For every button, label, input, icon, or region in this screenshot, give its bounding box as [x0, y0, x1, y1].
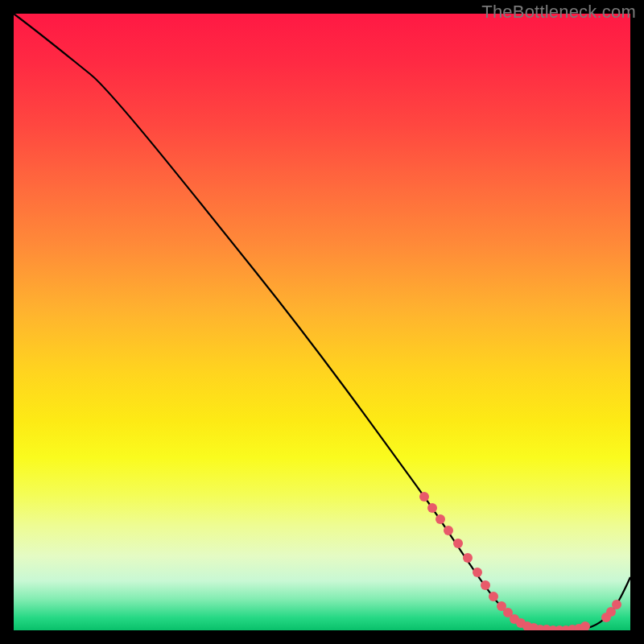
marker-cluster-right	[601, 600, 621, 622]
watermark-text: TheBottleneck.com	[481, 2, 636, 23]
svg-point-7	[481, 580, 490, 590]
svg-point-13	[522, 621, 532, 630]
svg-point-20	[568, 625, 577, 630]
svg-point-25	[612, 600, 621, 609]
svg-point-11	[510, 614, 519, 624]
svg-point-19	[561, 625, 571, 630]
svg-point-17	[548, 625, 558, 630]
svg-point-5	[463, 553, 473, 563]
marker-cluster-left	[419, 492, 590, 630]
svg-point-9	[497, 601, 506, 611]
svg-point-0	[419, 492, 429, 502]
svg-point-14	[529, 623, 539, 630]
curve-path	[14, 14, 630, 630]
svg-point-23	[601, 613, 611, 622]
bottleneck-curve	[14, 14, 630, 630]
svg-point-12	[516, 618, 526, 628]
svg-point-21	[574, 624, 584, 630]
svg-point-3	[444, 526, 453, 535]
svg-point-4	[453, 539, 463, 548]
svg-point-24	[606, 607, 616, 617]
svg-point-6	[473, 568, 482, 577]
chart-area	[14, 14, 630, 630]
svg-point-16	[542, 625, 551, 630]
svg-point-8	[489, 592, 498, 601]
svg-point-18	[555, 625, 564, 630]
svg-point-15	[535, 625, 545, 630]
svg-point-22	[580, 621, 590, 630]
svg-point-10	[503, 608, 513, 617]
svg-point-2	[436, 514, 445, 524]
svg-point-1	[427, 503, 437, 513]
